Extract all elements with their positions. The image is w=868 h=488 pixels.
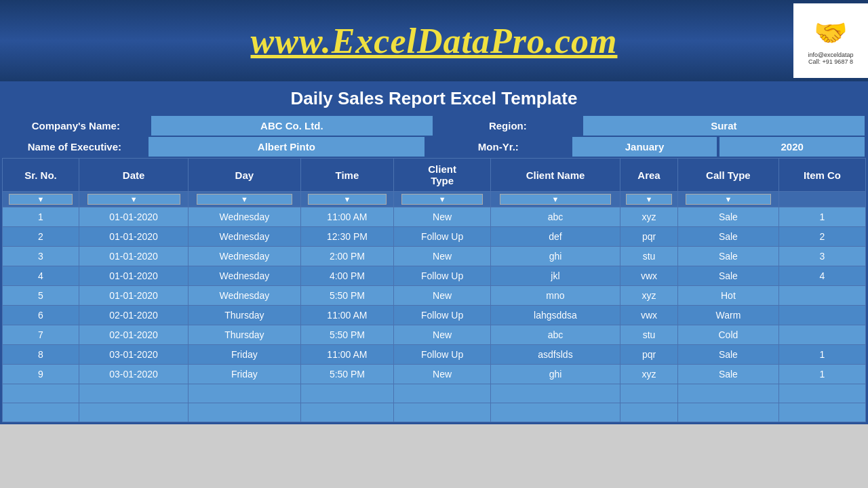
filter-call-type[interactable]: ▼ xyxy=(677,192,778,207)
empty-cell xyxy=(189,403,300,422)
filter-srno[interactable]: ▼ xyxy=(3,192,79,207)
table-cell: 5 xyxy=(3,286,79,306)
empty-cell xyxy=(3,403,79,422)
table-cell: vwx xyxy=(620,266,678,286)
empty-cell xyxy=(677,384,778,403)
table-cell: 6 xyxy=(3,306,79,325)
region-value: Surat xyxy=(583,116,866,136)
filter-date-btn[interactable]: ▼ xyxy=(87,194,180,205)
table-cell: abc xyxy=(490,207,620,227)
logo-icon: 🤝 xyxy=(814,17,848,49)
table-cell: Thursday xyxy=(189,306,300,325)
table-cell: 1 xyxy=(778,365,865,384)
table-cell: 2:00 PM xyxy=(300,247,394,266)
table-cell: stu xyxy=(620,325,678,345)
company-info-container: Company's Name: ABC Co. Ltd. Region: Sur… xyxy=(0,116,868,424)
col-time: Time xyxy=(300,159,394,192)
table-cell: New xyxy=(394,247,490,266)
table-cell: def xyxy=(490,227,620,247)
table-cell: Wednesday xyxy=(189,266,300,286)
filter-time-btn[interactable]: ▼ xyxy=(308,194,387,205)
table-cell xyxy=(778,325,865,345)
table-cell: 01-01-2020 xyxy=(79,247,189,266)
table-cell: asdfslds xyxy=(490,345,620,365)
table-cell: 5:50 PM xyxy=(300,325,394,345)
table-cell: 02-01-2020 xyxy=(79,306,189,325)
col-srno: Sr. No. xyxy=(3,159,79,192)
filter-area-btn[interactable]: ▼ xyxy=(626,194,672,205)
table-cell: Sale xyxy=(677,227,778,247)
table-cell: xyz xyxy=(620,286,678,306)
table-row: 401-01-2020Wednesday4:00 PMFollow Upjklv… xyxy=(3,266,866,286)
company-value: ABC Co. Ltd. xyxy=(151,116,434,136)
table-cell: 1 xyxy=(3,207,79,227)
table-cell: stu xyxy=(620,247,678,266)
empty-cell xyxy=(490,403,620,422)
table-cell: Sale xyxy=(677,266,778,286)
table-cell: 3 xyxy=(778,247,865,266)
col-date: Date xyxy=(79,159,189,192)
filter-client-name-btn[interactable]: ▼ xyxy=(500,194,611,205)
empty-cell xyxy=(394,384,490,403)
table-cell: Warm xyxy=(677,306,778,325)
empty-cell xyxy=(300,403,394,422)
table-cell: 2 xyxy=(3,227,79,247)
table-cell: Wednesday xyxy=(189,207,300,227)
filter-call-type-btn[interactable]: ▼ xyxy=(686,194,771,205)
empty-cell xyxy=(620,403,678,422)
col-client-type: ClientType xyxy=(394,159,490,192)
table-cell: 01-01-2020 xyxy=(79,266,189,286)
table-cell: 8 xyxy=(3,345,79,365)
table-cell: 4 xyxy=(3,266,79,286)
table-cell: Cold xyxy=(677,325,778,345)
table-cell: pqr xyxy=(620,345,678,365)
empty-row xyxy=(3,403,866,422)
empty-cell xyxy=(778,384,865,403)
filter-day[interactable]: ▼ xyxy=(189,192,300,207)
empty-cell xyxy=(79,403,189,422)
table-body: 101-01-2020Wednesday11:00 AMNewabcxyzSal… xyxy=(3,207,866,422)
col-area: Area xyxy=(620,159,678,192)
table-cell: Friday xyxy=(189,365,300,384)
filter-row[interactable]: ▼ ▼ ▼ ▼ ▼ ▼ ▼ ▼ xyxy=(3,192,866,207)
table-cell: 02-01-2020 xyxy=(79,325,189,345)
table-cell: Follow Up xyxy=(394,266,490,286)
table-row: 301-01-2020Wednesday2:00 PMNewghistuSale… xyxy=(3,247,866,266)
table-cell: Sale xyxy=(677,345,778,365)
empty-cell xyxy=(490,384,620,403)
table-cell: Sale xyxy=(677,207,778,227)
table-cell xyxy=(778,306,865,325)
filter-client-type-btn[interactable]: ▼ xyxy=(401,194,483,205)
table-row: 602-01-2020Thursday11:00 AMFollow Uplahg… xyxy=(3,306,866,325)
filter-item-code[interactable] xyxy=(778,192,865,207)
filter-client-name[interactable]: ▼ xyxy=(490,192,620,207)
filter-time[interactable]: ▼ xyxy=(300,192,394,207)
column-header-row: Sr. No. Date Day Time ClientType Client … xyxy=(3,159,866,192)
table-cell: 7 xyxy=(3,325,79,345)
table-cell: Wednesday xyxy=(189,247,300,266)
table-cell: 01-01-2020 xyxy=(79,207,189,227)
table-cell: Follow Up xyxy=(394,227,490,247)
empty-cell xyxy=(778,403,865,422)
filter-day-btn[interactable]: ▼ xyxy=(197,194,292,205)
logo-info: info@exceldatapCall: +91 9687 8 xyxy=(808,52,853,65)
table-cell: Follow Up xyxy=(394,345,490,365)
filter-srno-btn[interactable]: ▼ xyxy=(9,194,73,205)
filter-area[interactable]: ▼ xyxy=(620,192,678,207)
mon-yr-label: Mon-Yr.: xyxy=(426,137,572,157)
report-title: Daily Sales Report Excel Template xyxy=(0,81,868,116)
table-row: 501-01-2020Wednesday5:50 PMNewmnoxyzHot xyxy=(3,286,866,306)
table-cell: 1 xyxy=(778,345,865,365)
table-cell: 9 xyxy=(3,365,79,384)
filter-client-type[interactable]: ▼ xyxy=(394,192,490,207)
table-cell: New xyxy=(394,365,490,384)
table-cell: mno xyxy=(490,286,620,306)
col-client-name: Client Name xyxy=(490,159,620,192)
filter-date[interactable]: ▼ xyxy=(79,192,189,207)
table-row: 803-01-2020Friday11:00 AMFollow Upasdfsl… xyxy=(3,345,866,365)
table-cell: Wednesday xyxy=(189,286,300,306)
table-cell: 5:50 PM xyxy=(300,286,394,306)
table-row: 101-01-2020Wednesday11:00 AMNewabcxyzSal… xyxy=(3,207,866,227)
table-cell: 01-01-2020 xyxy=(79,227,189,247)
logo-box: 🤝 info@exceldatapCall: +91 9687 8 xyxy=(793,3,868,78)
